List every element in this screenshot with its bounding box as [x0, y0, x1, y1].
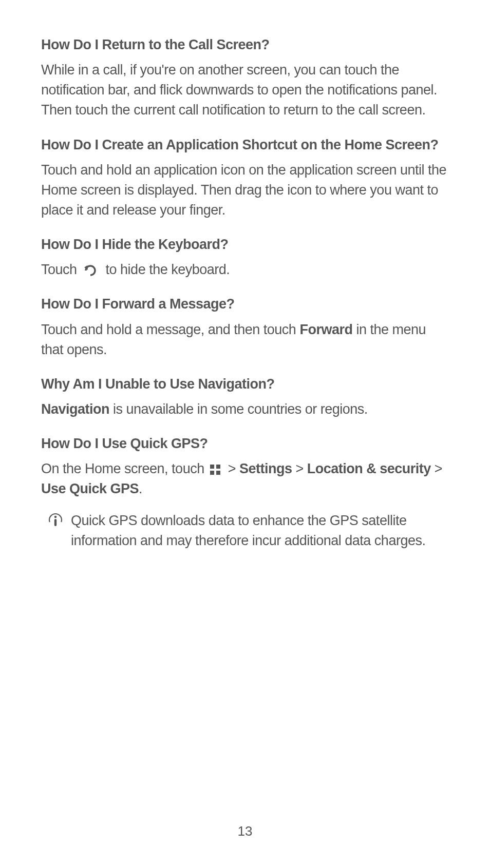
body-hide-keyboard: Touch to hide the keyboard.: [41, 260, 449, 280]
text-pre: Touch and hold a message, and then touch: [41, 322, 299, 337]
svg-rect-0: [210, 465, 214, 469]
svg-rect-1: [216, 465, 220, 469]
note-text: Quick GPS downloads data to enhance the …: [71, 511, 449, 551]
info-alert-icon: [47, 512, 64, 528]
sep2: >: [292, 461, 307, 476]
text-bold-navigation: Navigation: [41, 401, 109, 417]
body-forward-message: Touch and hold a message, and then touch…: [41, 320, 449, 360]
sep1: >: [228, 461, 239, 476]
heading-quick-gps: How Do I Use Quick GPS?: [41, 434, 449, 454]
period: .: [139, 481, 142, 496]
svg-point-4: [54, 515, 57, 518]
text-pre: Touch: [41, 262, 81, 277]
body-shortcut: Touch and hold an application icon on th…: [41, 160, 449, 220]
heading-shortcut: How Do I Create an Application Shortcut …: [41, 135, 449, 155]
text-post: is unavailable in some countries or regi…: [109, 401, 368, 417]
body-quick-gps: On the Home screen, touch > Settings > L…: [41, 459, 449, 499]
heading-forward-message: How Do I Forward a Message?: [41, 294, 449, 314]
heading-navigation: Why Am I Unable to Use Navigation?: [41, 374, 449, 394]
text-pre: On the Home screen, touch: [41, 461, 208, 476]
svg-rect-5: [54, 519, 56, 526]
svg-rect-3: [216, 471, 220, 475]
document-page: How Do I Return to the Call Screen? Whil…: [0, 0, 490, 868]
note-block: Quick GPS downloads data to enhance the …: [41, 511, 449, 551]
svg-rect-2: [210, 471, 214, 475]
apps-grid-icon: [209, 464, 221, 476]
page-number: 13: [0, 823, 490, 839]
back-icon: [83, 264, 100, 277]
heading-hide-keyboard: How Do I Hide the Keyboard?: [41, 235, 449, 255]
breadcrumb-settings: Settings: [239, 461, 292, 476]
heading-return-call: How Do I Return to the Call Screen?: [41, 35, 449, 55]
text-bold-forward: Forward: [299, 322, 352, 337]
text-post: to hide the keyboard.: [106, 262, 230, 277]
breadcrumb-location-security: Location & security: [307, 461, 431, 476]
body-return-call: While in a call, if you're on another sc…: [41, 60, 449, 120]
breadcrumb-use-quick-gps: Use Quick GPS: [41, 481, 139, 496]
body-navigation: Navigation is unavailable in some countr…: [41, 399, 449, 419]
sep3: >: [431, 461, 442, 476]
